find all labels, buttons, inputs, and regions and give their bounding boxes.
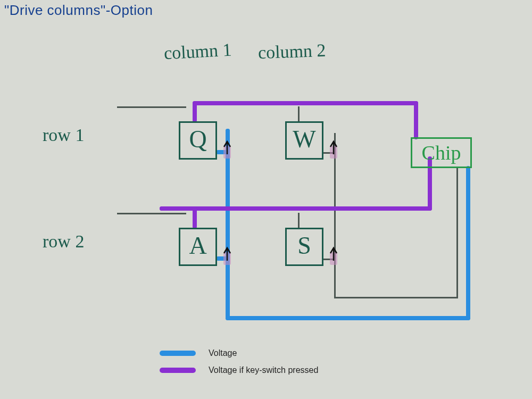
voltage-vert-right: [466, 166, 470, 320]
label-column-2: column 2: [257, 40, 326, 63]
key-q-label: Q: [189, 127, 206, 152]
chip-label: Chip: [422, 141, 461, 164]
key-a: A: [179, 228, 217, 266]
legend-label-voltage-pressed: Voltage if key-switch pressed: [209, 365, 318, 375]
diagram-title: "Drive columns"-Option: [4, 2, 153, 19]
key-w-label: W: [293, 127, 315, 152]
key-a-label: A: [189, 234, 206, 258]
legend-row-voltage: Voltage: [160, 345, 318, 362]
row1-wire: [117, 106, 186, 108]
pressed-row2-left: [160, 206, 197, 211]
pressed-row1-to-chip: [414, 101, 418, 139]
col2-bus: [334, 297, 458, 298]
col2-bus-up: [456, 168, 458, 298]
row2-wire: [117, 213, 186, 214]
legend-swatch-voltage-pressed: [160, 368, 196, 373]
voltage-bottom: [226, 316, 470, 320]
stub-w: [298, 106, 300, 121]
legend: Voltage Voltage if key-switch pressed: [160, 345, 318, 379]
stub-s: [298, 213, 300, 228]
label-row-2: row 2: [43, 231, 84, 252]
legend-swatch-voltage: [160, 351, 196, 356]
key-w: W: [285, 121, 323, 160]
label-row-1: row 1: [43, 125, 84, 145]
pressed-row2: [160, 206, 432, 211]
chip: Chip: [411, 137, 472, 168]
legend-label-voltage: Voltage: [209, 348, 237, 358]
pressed-row1: [193, 101, 418, 105]
legend-row-voltage-pressed: Voltage if key-switch pressed: [160, 362, 318, 379]
label-column-1: column 1: [163, 40, 232, 64]
key-q: Q: [179, 121, 217, 160]
key-s: S: [285, 228, 323, 266]
key-s-label: S: [297, 234, 311, 258]
